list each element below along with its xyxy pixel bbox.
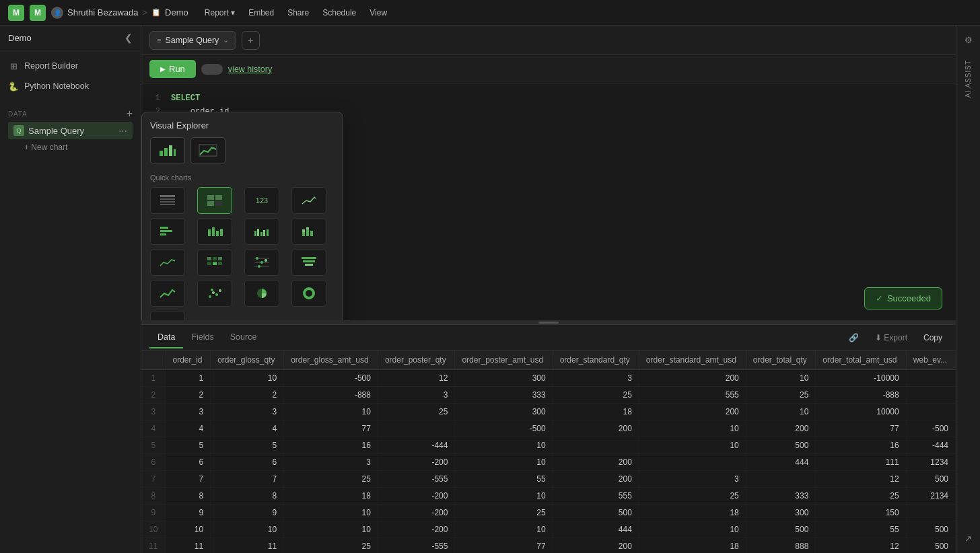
chart-type-waterfall[interactable] bbox=[150, 311, 185, 320]
col-header-order-poster-qty[interactable]: order_poster_qty bbox=[378, 351, 455, 370]
nav-schedule[interactable]: Schedule bbox=[317, 5, 361, 20]
svg-point-50 bbox=[211, 289, 213, 291]
new-query-tab-button[interactable]: + bbox=[242, 31, 259, 50]
tab-fields[interactable]: Fields bbox=[183, 327, 221, 348]
sidebar-nav: ⊞ Report Builder 🐍 Python Notebook bbox=[0, 50, 141, 102]
right-sidebar-settings-button[interactable]: ⚙ bbox=[960, 31, 977, 49]
query-item-more-icon[interactable]: ⋯ bbox=[118, 126, 127, 136]
table-cell: 10000 bbox=[816, 404, 906, 420]
chart-type-funnel[interactable] bbox=[291, 249, 326, 276]
table-cell: 200 bbox=[553, 420, 639, 437]
col-header-order-gloss-amt[interactable]: order_gloss_amt_usd bbox=[284, 351, 378, 370]
table-cell bbox=[639, 454, 746, 471]
tab-source[interactable]: Source bbox=[222, 327, 265, 348]
sidebar-item-report-builder-label: Report Builder bbox=[24, 61, 78, 71]
svg-rect-26 bbox=[302, 229, 305, 232]
breadcrumb: 👤 Shruthi Bezawada > 📋 Demo bbox=[51, 7, 188, 19]
table-cell: -500 bbox=[455, 420, 553, 437]
col-header-order-total-qty[interactable]: order_total_qty bbox=[746, 351, 816, 370]
chart-type-bar-vertical[interactable] bbox=[197, 218, 232, 245]
table-cell: 555 bbox=[639, 387, 746, 404]
chart-type-stacked-bar[interactable] bbox=[291, 218, 326, 245]
chart-type-pie[interactable] bbox=[244, 280, 279, 307]
col-header-order-total-amt[interactable]: order_total_amt_usd bbox=[816, 351, 906, 370]
chart-type-bar-horizontal[interactable] bbox=[150, 218, 185, 245]
table-cell: 500 bbox=[746, 521, 816, 538]
table-cell: 200 bbox=[553, 471, 639, 488]
nav-embed[interactable]: Embed bbox=[243, 5, 279, 20]
toggle-switch[interactable] bbox=[201, 64, 223, 75]
link-button[interactable]: 🔗 bbox=[843, 330, 864, 345]
sidebar-item-report-builder[interactable]: ⊞ Report Builder bbox=[0, 56, 141, 76]
query-tab-bar: ≡ Sample Query ⌄ + bbox=[141, 26, 956, 55]
copy-button[interactable]: Copy bbox=[918, 330, 948, 345]
chart-type-scatter-h[interactable] bbox=[244, 249, 279, 276]
table-cell bbox=[378, 420, 455, 437]
table-cell bbox=[746, 471, 816, 488]
col-header-web-event[interactable]: web_ev... bbox=[906, 351, 955, 370]
query-tab-sample-query[interactable]: ≡ Sample Query ⌄ bbox=[149, 31, 236, 50]
query-tab-more-icon[interactable]: ⌄ bbox=[223, 36, 229, 44]
sidebar-item-python-notebook[interactable]: 🐍 Python Notebook bbox=[0, 76, 141, 96]
export-button[interactable]: ⬇ Export bbox=[870, 330, 913, 345]
nav-view[interactable]: View bbox=[364, 5, 392, 20]
add-data-button[interactable]: + bbox=[127, 108, 133, 119]
chart-type-scatter[interactable] bbox=[197, 280, 232, 307]
top-nav: Report ▾ Embed Share Schedule View bbox=[199, 5, 392, 20]
table-cell: 4 bbox=[211, 420, 284, 437]
chart-type-number[interactable]: 123 bbox=[244, 187, 279, 214]
chart-type-donut[interactable] bbox=[291, 280, 326, 307]
col-header-order-standard-qty[interactable]: order_standard_qty bbox=[553, 351, 639, 370]
col-header-order-poster-amt[interactable]: order_poster_amt_usd bbox=[455, 351, 553, 370]
chart-type-trend[interactable] bbox=[291, 187, 326, 214]
chart-type-line[interactable] bbox=[150, 280, 185, 307]
chart-type-table-heatmap[interactable] bbox=[197, 249, 232, 276]
table-cell: 10 bbox=[639, 521, 746, 538]
table-cell: 25 bbox=[284, 471, 378, 488]
col-header-order-gloss-qty[interactable]: order_gloss_qty bbox=[211, 351, 284, 370]
table-cell: 25 bbox=[284, 538, 378, 554]
new-chart-label: + New chart bbox=[24, 143, 67, 152]
svg-rect-45 bbox=[305, 264, 313, 266]
nav-share[interactable]: Share bbox=[282, 5, 314, 20]
table-cell: 150 bbox=[816, 505, 906, 521]
query-tab-icon: ≡ bbox=[157, 36, 161, 44]
quick-charts-grid: 123 bbox=[150, 187, 335, 320]
table-cell-rownum: 5 bbox=[141, 437, 166, 454]
results-actions: 🔗 ⬇ Export Copy bbox=[843, 330, 948, 345]
table-cell: 3 bbox=[211, 404, 284, 420]
sidebar-new-chart[interactable]: + New chart bbox=[19, 139, 133, 155]
table-row: 44477-5002001020077-500 bbox=[141, 420, 956, 437]
sidebar-query-item[interactable]: Q Sample Query ⋯ bbox=[8, 122, 133, 139]
ve-top-icon-bar[interactable] bbox=[150, 137, 185, 164]
table-body: 1110-50012300320010-10000222-88833332555… bbox=[141, 370, 956, 554]
run-button[interactable]: ▶ Run bbox=[149, 60, 196, 78]
play-icon: ▶ bbox=[160, 65, 166, 73]
right-sidebar-expand-button[interactable]: ↗ bbox=[960, 529, 976, 548]
chart-type-area[interactable] bbox=[150, 249, 185, 276]
table-cell: 18 bbox=[284, 488, 378, 505]
sidebar-item-python-notebook-label: Python Notebook bbox=[24, 81, 89, 91]
chart-type-pivot[interactable] bbox=[197, 187, 232, 214]
svg-point-49 bbox=[219, 289, 221, 292]
tab-data[interactable]: Data bbox=[149, 327, 183, 348]
nav-report[interactable]: Report ▾ bbox=[199, 5, 240, 20]
sidebar-data-section: DATA + Q Sample Query ⋯ + New chart bbox=[0, 102, 141, 158]
col-header-order-id[interactable]: order_id bbox=[166, 351, 211, 370]
table-cell: 500 bbox=[553, 505, 639, 521]
results-table: order_id order_gloss_qty order_gloss_amt… bbox=[141, 351, 956, 553]
table-cell: 10 bbox=[211, 370, 284, 387]
view-history-button[interactable]: view history bbox=[228, 65, 272, 74]
sidebar-collapse-button[interactable]: ❮ bbox=[125, 32, 133, 43]
report-builder-icon: ⊞ bbox=[8, 61, 19, 71]
chart-type-table[interactable] bbox=[150, 187, 185, 214]
view-history-label: view history bbox=[228, 65, 272, 74]
ve-top-icon-line[interactable] bbox=[190, 137, 225, 164]
chart-type-grouped-bar[interactable] bbox=[244, 218, 279, 245]
col-header-order-standard-amt[interactable]: order_standard_amt_usd bbox=[639, 351, 746, 370]
query-item-icon: Q bbox=[13, 125, 24, 136]
svg-rect-28 bbox=[306, 227, 309, 229]
table-cell: 10 bbox=[746, 370, 816, 387]
table-cell: 5 bbox=[211, 437, 284, 454]
table-row: 55516-444101050016-444 bbox=[141, 437, 956, 454]
